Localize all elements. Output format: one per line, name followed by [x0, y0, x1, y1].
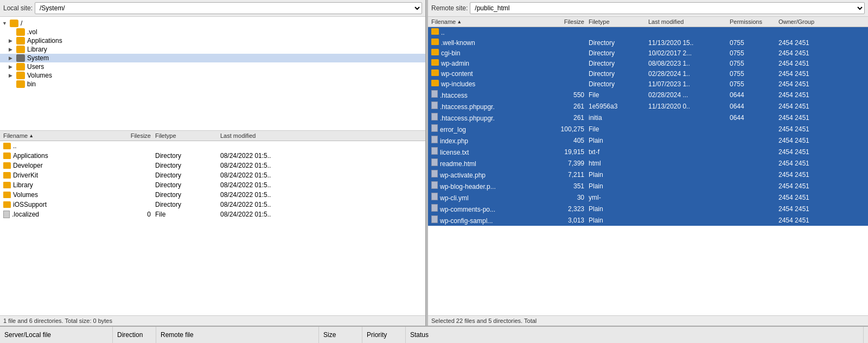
file-name-text: .htaccess.phpupgr. [440, 103, 495, 111]
folder-icon [3, 153, 11, 159]
remote-file-row[interactable]: wp-config-sampl...3,013Plain2454 2451 [428, 214, 868, 226]
expand-icon: ▶ [9, 64, 16, 69]
remote-file-row[interactable]: wp-activate.php7,211Plain2454 2451 [428, 169, 868, 180]
folder-icon [16, 37, 25, 45]
file-icon [431, 136, 438, 143]
remote-file-row[interactable]: .htaccess.phpupgr.261initia06442454 2451 [428, 112, 868, 123]
local-file-row[interactable]: LibraryDirectory08/24/2022 01:5.. [0, 180, 425, 190]
tree-item-volumes[interactable]: ▶ Volumes [0, 71, 425, 80]
file-name-text: license.txt [440, 149, 469, 156]
folder-icon [431, 39, 439, 45]
remote-file-row[interactable]: index.php405Plain2454 2451 [428, 135, 868, 146]
main-container: Local site: /System/ ▼ / [0, 0, 868, 343]
col-header-filetype[interactable]: Filetype [589, 18, 648, 25]
remote-file-row[interactable]: wp-contentDirectory02/28/2024 1..0755245… [428, 68, 868, 79]
file-type-cell: yml- [589, 194, 648, 201]
file-name-text: wp-comments-po... [440, 206, 495, 213]
file-owner-cell: 2454 2451 [778, 182, 865, 190]
remote-file-row[interactable]: wp-includesDirectory11/07/2023 1..075524… [428, 79, 868, 89]
local-file-row[interactable]: .localized0File08/24/2022 01:5.. [0, 209, 425, 219]
col-header-filesize[interactable]: Filesize [112, 132, 155, 139]
file-modified-cell: 08/08/2023 1.. [648, 60, 730, 67]
col-header-modified[interactable]: Last modified [648, 18, 730, 25]
col-header-perms[interactable]: Permissions [730, 18, 778, 25]
remote-file-row[interactable]: wp-adminDirectory08/08/2023 1..07552454 … [428, 58, 868, 68]
tree-item-system[interactable]: ▶ System [0, 54, 425, 62]
tree-item-users[interactable]: ▶ Users [0, 62, 425, 71]
tree-item-bin[interactable]: bin [0, 80, 425, 88]
tree-item-applications[interactable]: ▶ Applications [0, 36, 425, 45]
file-name-text: readme.html [440, 160, 476, 168]
file-modified-cell: 11/13/2020 15.. [648, 39, 730, 47]
col-header-filename[interactable]: Filename ▲ [431, 18, 545, 25]
local-file-row[interactable]: VolumesDirectory08/24/2022 01:5.. [0, 190, 425, 200]
tree-item-label: / [21, 20, 22, 27]
file-perms-cell: 0755 [730, 70, 778, 78]
remote-file-row[interactable]: readme.html7,399html2454 2451 [428, 157, 868, 169]
file-modified-cell: 08/24/2022 01:5.. [220, 201, 422, 208]
file-modified-cell: 02/28/2024 1.. [648, 70, 730, 78]
local-file-row[interactable]: iOSSupportDirectory08/24/2022 01:5.. [0, 200, 425, 209]
file-size-cell: 550 [545, 91, 589, 99]
local-tree[interactable]: ▼ / .vol ▶ Applications [0, 17, 425, 131]
folder-icon [431, 69, 439, 76]
file-name-cell: .. [431, 28, 545, 36]
remote-file-row[interactable]: cgi-binDirectory10/02/2017 2...07552454 … [428, 48, 868, 58]
expand-icon: ▶ [9, 73, 16, 78]
file-icon [431, 193, 438, 200]
local-file-list: Filename ▲ Filesize Filetype Last modifi… [0, 131, 425, 315]
file-type-cell: Directory [589, 70, 648, 78]
transfer-status-col: Status [406, 327, 864, 343]
file-name-cell: Library [3, 181, 112, 189]
tree-item-label: System [27, 54, 49, 62]
file-owner-cell: 2454 2451 [778, 70, 865, 78]
col-header-filename[interactable]: Filename ▲ [3, 132, 112, 139]
remote-file-row[interactable]: wp-comments-po...2,323Plain2454 2451 [428, 203, 868, 214]
file-type-cell: Directory [589, 49, 648, 57]
file-owner-cell: 2454 2451 [778, 60, 865, 67]
file-name-text: Library [13, 181, 33, 189]
file-modified-cell: 08/24/2022 01:5.. [220, 211, 422, 218]
col-header-filetype[interactable]: Filetype [155, 132, 220, 139]
remote-path-select[interactable]: /public_html [470, 2, 865, 14]
remote-file-row[interactable]: wp-cli.yml30yml-2454 2451 [428, 192, 868, 203]
remote-file-row[interactable]: license.txt19,915txt-f2454 2451 [428, 146, 868, 157]
remote-file-row[interactable]: wp-blog-header.p...351Plain2454 2451 [428, 180, 868, 192]
remote-file-row[interactable]: .htaccess.phpupgr.2611e5956a311/13/2020 … [428, 100, 868, 112]
folder-icon [3, 182, 11, 188]
file-name-cell: wp-cli.yml [431, 193, 545, 202]
col-header-modified[interactable]: Last modified [220, 132, 422, 139]
tree-item-vol[interactable]: .vol [0, 28, 425, 36]
remote-file-row[interactable]: .htaccess550File02/28/2024 ...06442454 2… [428, 89, 868, 100]
local-file-row[interactable]: DeveloperDirectory08/24/2022 01:5.. [0, 161, 425, 170]
file-name-cell: readme.html [431, 158, 545, 168]
file-name-cell: .. [3, 142, 112, 150]
transfer-direction-col: Direction [113, 327, 156, 343]
local-file-row[interactable]: DriverKitDirectory08/24/2022 01:5.. [0, 170, 425, 180]
folder-icon [16, 54, 25, 62]
file-type-cell: Plain [589, 171, 648, 179]
file-name-cell: wp-comments-po... [431, 204, 545, 213]
file-name-cell: license.txt [431, 147, 545, 156]
remote-file-row[interactable]: error_log100,275File2454 2451 [428, 123, 868, 135]
local-path-select[interactable]: /System/ [35, 2, 422, 14]
col-header-owner[interactable]: Owner/Group [778, 18, 865, 25]
remote-file-row[interactable]: .. [428, 27, 868, 37]
tree-item-library[interactable]: ▶ Library [0, 45, 425, 54]
file-name-text: cgi-bin [441, 49, 460, 57]
transfer-status-label: Status [410, 331, 429, 339]
remote-header: Remote site: /public_html [428, 0, 868, 17]
remote-file-row[interactable]: .well-knownDirectory11/13/2020 15..07552… [428, 37, 868, 48]
local-content: ▼ / .vol ▶ Applications [0, 17, 425, 315]
remote-col-headers: Filename ▲ Filesize Filetype Last modifi… [428, 17, 868, 27]
tree-item-root[interactable]: ▼ / [0, 19, 425, 28]
local-file-row[interactable]: .. [0, 141, 425, 151]
panels-row: Local site: /System/ ▼ / [0, 0, 868, 326]
tree-item-label: .vol [27, 28, 37, 36]
file-type-cell: Directory [589, 39, 648, 47]
file-size-cell: 261 [545, 103, 589, 110]
local-file-row[interactable]: ApplicationsDirectory08/24/2022 01:5.. [0, 151, 425, 161]
col-header-filesize[interactable]: Filesize [545, 18, 589, 25]
file-type-cell: Plain [589, 137, 648, 144]
file-size-cell: 19,915 [545, 148, 589, 156]
